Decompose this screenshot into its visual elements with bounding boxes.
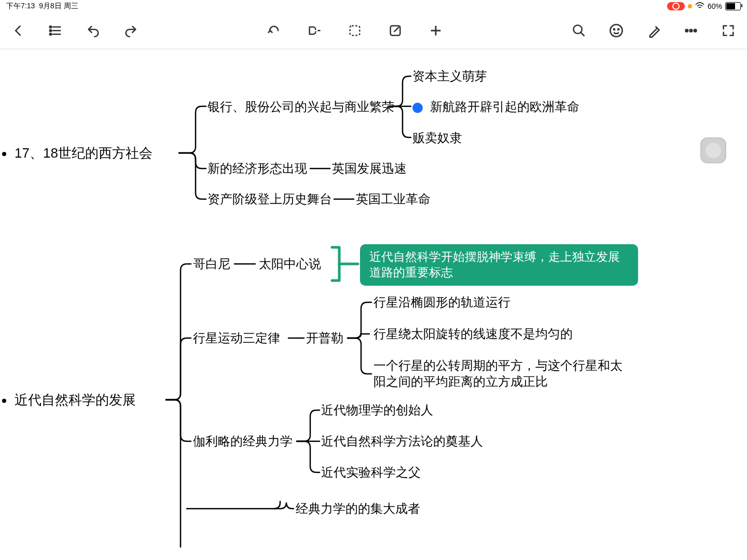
back-button[interactable] <box>10 22 27 39</box>
status-time: 下午7:13 <box>6 2 35 11</box>
status-date: 9月8日 周三 <box>39 2 78 11</box>
style-button[interactable] <box>645 22 662 39</box>
mindmap-node[interactable]: 贩卖奴隶 <box>412 130 462 146</box>
svg-point-0 <box>50 26 52 28</box>
mindmap-node[interactable]: 近代物理学的创始人 <box>321 402 433 418</box>
more-button[interactable] <box>683 22 699 39</box>
mindmap-node[interactable]: 经典力学的的集大成者 <box>296 500 420 516</box>
undo-button[interactable] <box>85 22 102 39</box>
mindmap-node[interactable]: 近代实验科学之父 <box>321 464 421 480</box>
svg-point-2 <box>50 33 52 35</box>
mindmap-node[interactable]: 银行、股份公司的兴起与商业繁荣 <box>208 99 394 115</box>
redo-button[interactable] <box>122 22 139 39</box>
mindmap-node[interactable]: 资产阶级登上历史舞台 <box>208 191 332 207</box>
mindmap-node[interactable]: 新的经济形态出现 <box>208 160 307 176</box>
root-bullet-icon <box>2 152 6 156</box>
mindmap-node-highlight[interactable]: 近代自然科学开始摆脱神学束缚，走上独立发展道路的重要标志 <box>360 244 638 286</box>
wifi-icon <box>695 2 704 11</box>
assistive-touch[interactable] <box>700 137 726 163</box>
marker-dot-icon <box>412 103 423 113</box>
battery-icon <box>725 2 741 10</box>
mindmap-node[interactable]: 近代自然科学的发展 <box>15 391 136 409</box>
svg-point-7 <box>614 29 615 30</box>
mindmap-canvas[interactable]: 17、18世纪的西方社会 银行、股份公司的兴起与商业繁荣 新的经济形态出现 资产… <box>0 49 747 560</box>
battery-percent: 60% <box>708 2 722 10</box>
insert-child-button[interactable] <box>306 22 323 39</box>
mindmap-node[interactable]: 行星绕太阳旋转的线速度不是均匀的 <box>374 326 573 342</box>
mindmap-node[interactable]: 资本主义萌芽 <box>412 68 487 84</box>
edit-button[interactable] <box>387 22 404 39</box>
svg-point-1 <box>50 30 52 32</box>
svg-rect-3 <box>350 26 360 36</box>
mindmap-node[interactable]: 开普勒 <box>306 330 343 346</box>
toolbar <box>0 12 747 49</box>
mindmap-node[interactable]: 太阳中心说 <box>259 256 321 272</box>
svg-point-5 <box>574 25 582 34</box>
svg-point-6 <box>610 24 622 36</box>
mindmap-node[interactable]: 新航路开辟引起的欧洲革命 <box>412 99 579 115</box>
mindmap-node[interactable]: 行星运动三定律 <box>193 330 280 346</box>
svg-point-10 <box>690 30 693 32</box>
outline-button[interactable] <box>48 22 64 39</box>
mindmap-node[interactable]: 伽利略的经典力学 <box>193 433 293 449</box>
svg-point-11 <box>694 30 697 32</box>
fullscreen-button[interactable] <box>720 22 737 39</box>
mindmap-node[interactable]: 一个行星的公转周期的平方，与这个行星和太阳之间的平均距离的立方成正比 <box>374 357 628 389</box>
svg-point-9 <box>686 30 688 32</box>
root-bullet-icon <box>2 399 6 403</box>
mindmap-node[interactable]: 英国工业革命 <box>356 191 431 207</box>
mindmap-node[interactable]: 行星沿椭圆形的轨道运行 <box>374 294 510 310</box>
location-dot-icon <box>688 4 692 8</box>
mindmap-node[interactable]: 17、18世纪的西方社会 <box>15 145 153 162</box>
search-button[interactable] <box>571 22 587 39</box>
svg-point-8 <box>618 29 619 30</box>
mindmap-node[interactable]: 英国发展迅速 <box>332 160 407 176</box>
emoji-button[interactable] <box>608 22 625 39</box>
insert-sibling-button[interactable] <box>266 22 282 39</box>
mindmap-node[interactable]: 哥白尼 <box>193 256 230 272</box>
add-button[interactable] <box>427 22 444 39</box>
status-bar: 下午7:13 9月8日 周三 60% <box>0 0 747 12</box>
mindmap-node[interactable]: 近代自然科学方法论的奠基人 <box>321 433 483 449</box>
screen-record-pill[interactable] <box>667 2 685 10</box>
select-button[interactable] <box>347 22 363 39</box>
